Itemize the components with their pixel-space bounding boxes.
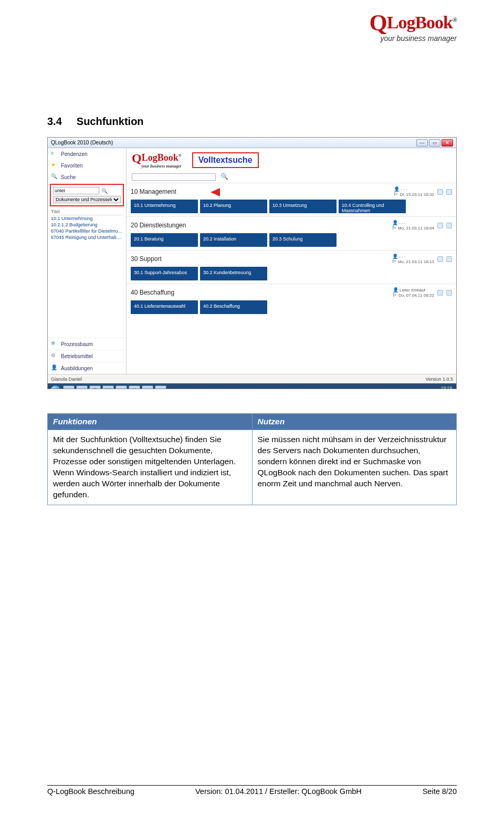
window-maximize-button[interactable]: ▭	[429, 139, 440, 147]
footer-left: Q-LogBook Beschreibung	[47, 787, 134, 796]
action-icon[interactable]	[437, 290, 443, 296]
logo-text: LogBook	[387, 13, 453, 32]
process-tile[interactable]: 20.2 Installation	[200, 233, 267, 247]
person-icon	[51, 364, 58, 372]
app-screenshot: QLogBook 2010 (Deutsch) — ▭ ✕ Pendenzen …	[47, 137, 457, 389]
action-icon[interactable]	[437, 256, 443, 262]
sidebar-label: Pendenzen	[61, 151, 88, 157]
process-tile[interactable]: 10.3 Umsetzung	[269, 200, 337, 213]
category-title: 10 Management	[131, 188, 176, 195]
action-icon[interactable]	[437, 223, 443, 228]
process-tile[interactable]: 10.1 Unternehmung	[131, 200, 198, 213]
taskbar-clock[interactable]: 19:19 08.05.2011	[429, 385, 454, 389]
gear-icon	[51, 352, 58, 360]
process-tile[interactable]: 10.2 Planung	[200, 200, 267, 213]
logo-tagline: your business manager	[370, 34, 457, 43]
windows-taskbar: e ▭ Ⓛ W ⧉ X ⊞ ✉ 19:19 08.05.2011	[48, 383, 456, 389]
action-icon[interactable]	[446, 290, 452, 296]
sidebar-item-suche[interactable]: Suche	[48, 171, 126, 183]
process-tile[interactable]: 40.2 Beschaffung	[200, 300, 267, 314]
logo-q: Q	[370, 10, 387, 36]
category-title: 30 Support	[131, 255, 162, 263]
taskbar-app-icon[interactable]: W	[102, 385, 114, 389]
sidebar-item-prozessbaum[interactable]: Prozessbaum	[48, 338, 126, 350]
flag-icon	[394, 192, 398, 197]
process-tile[interactable]: 30.1 Support-Jahresabos	[131, 267, 198, 280]
sidebar-label: Betriebsmittel	[61, 353, 93, 359]
process-tile[interactable]: 10.4 Controlling und Massnahmen	[339, 200, 406, 213]
table-header-funktionen: Funktionen	[48, 414, 253, 430]
table-cell-funktionen: Mit der Suchfunktion (Volltextsuche) fin…	[48, 430, 253, 505]
process-tile[interactable]: 30.2 Kundenbetreuung	[200, 267, 267, 280]
logo-registered: ®	[453, 16, 457, 24]
app-sidebar: Pendenzen Favoriten Suche 🔍 Dokum	[48, 148, 127, 374]
action-icon[interactable]	[446, 256, 452, 262]
sidebar-label: Prozessbaum	[61, 341, 93, 347]
table-cell-nutzen: Sie müssen nicht mühsam in der Verzeichn…	[252, 430, 457, 505]
start-button[interactable]	[50, 385, 61, 389]
main-search-row: 🔍	[132, 173, 451, 181]
action-icon[interactable]	[446, 223, 452, 228]
category-header[interactable]: 30 Support - - - Mo, 21.03.11 18:13	[127, 250, 456, 265]
process-tile[interactable]: 20.1 Beratung	[131, 233, 198, 247]
footer-center: Version: 01.04.2011 / Ersteller: QLogBoo…	[195, 787, 362, 796]
search-icon	[51, 173, 58, 181]
category-title: 20 Dienstleistungen	[131, 222, 186, 229]
taskbar-ie-icon[interactable]: e	[63, 385, 75, 389]
tree-item[interactable]: 10.1 Unternehmung	[51, 215, 123, 222]
sidebar-search-input[interactable]	[53, 187, 99, 194]
user-icon	[394, 187, 400, 192]
sidebar-label: Ausbildungen	[61, 365, 93, 371]
page-footer: Q-LogBook Beschreibung Version: 01.04.20…	[47, 785, 457, 796]
sidebar-filter-select[interactable]: Dokumente und Prozesselemente	[53, 196, 121, 203]
app-main: QLogBook® your business manager Volltext…	[127, 148, 456, 374]
taskbar-app-icon[interactable]: ⧉	[116, 385, 127, 389]
window-minimize-button[interactable]: —	[416, 139, 428, 147]
app-logo: QLogBook® your business manager	[132, 151, 182, 169]
main-search-input[interactable]	[132, 173, 216, 181]
category-header[interactable]: 10 Management - - - Di, 15.03.11 18:32	[127, 183, 456, 198]
flag-icon	[392, 226, 397, 231]
category-header[interactable]: 20 Dienstleistungen - - - Mo, 21.03.11 1…	[127, 216, 456, 232]
sidebar-item-pendenzen[interactable]: Pendenzen	[48, 148, 126, 160]
sidebar-search-box: 🔍 Dokumente und Prozesselemente	[50, 184, 124, 206]
sidebar-item-betriebsmittel[interactable]: Betriebsmittel	[48, 350, 126, 362]
tree-icon	[51, 340, 58, 348]
annotation-arrow	[211, 188, 220, 196]
brand-logo: QLogBook® your business manager	[370, 9, 457, 43]
window-close-button[interactable]: ✕	[442, 139, 453, 147]
process-tile[interactable]: 20.3 Schulung	[269, 233, 337, 247]
taskbar-explorer-icon[interactable]: ▭	[76, 385, 88, 389]
section-number: 3.4	[47, 116, 62, 127]
taskbar-app-icon[interactable]: ⊞	[142, 385, 153, 389]
sidebar-item-ausbildungen[interactable]: Ausbildungen	[48, 362, 126, 374]
window-title: QLogBook 2010 (Deutsch)	[51, 140, 113, 145]
taskbar-app-icon[interactable]: X	[129, 385, 140, 389]
tree-item[interactable]: 10.2.1.2 Budgetierung	[51, 222, 123, 228]
flag-icon	[393, 293, 397, 298]
user-icon	[392, 221, 398, 225]
action-icon[interactable]	[446, 189, 452, 195]
tree-item[interactable]: 67045 Reinigung und Unterhalt.url	[51, 234, 123, 241]
process-tile[interactable]: 40.1 Lieferantenauswahl	[131, 300, 198, 314]
user-icon	[392, 254, 398, 259]
taskbar-app-icon[interactable]: Ⓛ	[89, 385, 101, 389]
category-title: 40 Beschaffung	[131, 289, 174, 296]
sidebar-item-favoriten[interactable]: Favoriten	[48, 160, 126, 171]
flag-icon	[392, 259, 397, 264]
category-header[interactable]: 40 Beschaffung Leiter Einkauf Do, 07.04.…	[127, 284, 456, 299]
tree-item[interactable]: 67040 Partikelfilter für Dieselmotoren i…	[51, 228, 123, 234]
sidebar-label: Suche	[61, 174, 76, 180]
table-header-nutzen: Nutzen	[252, 414, 457, 430]
tree-header: Titel	[51, 208, 123, 215]
search-icon[interactable]: 🔍	[220, 173, 228, 180]
search-icon[interactable]: 🔍	[101, 188, 108, 194]
footer-right: Seite 8/20	[423, 787, 457, 796]
section-title: Suchfunktion	[77, 116, 144, 127]
taskbar-app-icon[interactable]: ✉	[155, 385, 166, 389]
action-icon[interactable]	[437, 189, 443, 195]
sidebar-result-tree: Titel 10.1 Unternehmung 10.2.1.2 Budgeti…	[48, 207, 126, 242]
list-icon	[51, 150, 58, 158]
annotation-callout: Volltextsuche	[192, 152, 259, 168]
section-heading: 3.4Suchfunktion	[47, 116, 457, 128]
